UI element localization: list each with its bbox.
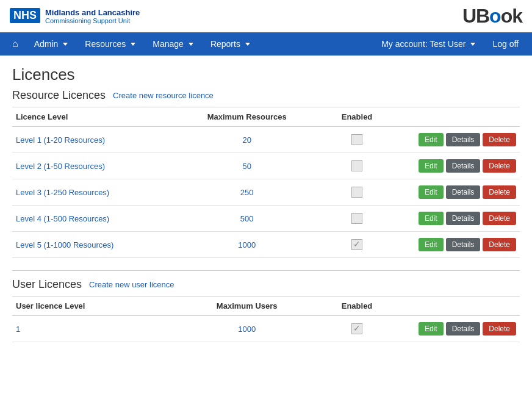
btn-group: EditDetailsDelete	[397, 133, 516, 146]
enabled-cell	[320, 127, 394, 153]
nhs-badge: NHS	[10, 8, 40, 23]
org-sub: Commissioning Support Unit	[45, 17, 140, 24]
user-licences-title: User Licences	[12, 278, 82, 291]
enabled-cell	[320, 316, 394, 342]
nav-resources[interactable]: Resources	[76, 32, 144, 56]
max-value-cell: 1000	[173, 232, 320, 258]
edit-button[interactable]: Edit	[419, 238, 444, 251]
nav-reports[interactable]: Reports	[202, 32, 259, 56]
delete-button[interactable]: Delete	[483, 185, 516, 199]
btn-group: EditDetailsDelete	[397, 185, 516, 199]
max-value-cell: 250	[173, 179, 320, 206]
enabled-cell	[320, 179, 394, 206]
licence-name-link[interactable]: 1	[16, 325, 20, 334]
edit-button[interactable]: Edit	[419, 322, 444, 336]
col-licence-level: Licence Level	[12, 107, 173, 127]
edit-button[interactable]: Edit	[419, 212, 444, 225]
checkbox-unchecked	[351, 187, 362, 198]
admin-caret	[63, 43, 68, 46]
edit-button[interactable]: Edit	[419, 159, 444, 173]
checkbox-unchecked	[351, 134, 362, 145]
reports-caret	[245, 43, 250, 46]
main-content: Licences Resource Licences Create new re…	[0, 56, 532, 364]
col-user-enabled: Enabled	[320, 296, 394, 316]
nav-admin[interactable]: Admin	[26, 32, 77, 56]
checkbox-unchecked	[351, 160, 362, 171]
max-value-cell: 50	[173, 153, 320, 179]
account-caret	[470, 43, 475, 46]
navbar: ⌂ Admin Resources Manage Reports My acco…	[0, 32, 532, 56]
create-user-licence-link[interactable]: Create new user licence	[89, 280, 174, 289]
licence-name-cell: Level 3 (1-250 Resources)	[12, 179, 173, 206]
nav-logoff[interactable]: Log off	[484, 32, 527, 56]
top-header: NHS Midlands and Lancashire Commissionin…	[0, 0, 532, 32]
btn-group: EditDetailsDelete	[397, 159, 516, 173]
edit-button[interactable]: Edit	[419, 185, 444, 199]
licence-name-link[interactable]: Level 4 (1-500 Resources)	[16, 214, 109, 223]
resource-licences-header: Resource Licences Create new resource li…	[12, 89, 520, 102]
details-button[interactable]: Details	[446, 185, 481, 199]
create-resource-licence-link[interactable]: Create new resource licence	[113, 91, 214, 100]
section-divider	[12, 270, 520, 271]
edit-button[interactable]: Edit	[419, 133, 444, 146]
ubook-logo: UBook	[462, 5, 522, 27]
col-enabled: Enabled	[320, 107, 394, 127]
actions-cell: EditDetailsDelete	[394, 316, 520, 342]
max-value-cell: 20	[173, 127, 320, 153]
table-row: Level 3 (1-250 Resources)250EditDetailsD…	[12, 179, 520, 206]
col-actions	[394, 107, 520, 127]
details-button[interactable]: Details	[446, 212, 481, 225]
enabled-cell	[320, 153, 394, 179]
table-row: Level 1 (1-20 Resources)20EditDetailsDel…	[12, 127, 520, 153]
nav-manage[interactable]: Manage	[144, 32, 202, 56]
licence-name-link[interactable]: Level 5 (1-1000 Resources)	[16, 240, 113, 249]
delete-button[interactable]: Delete	[483, 238, 516, 251]
delete-button[interactable]: Delete	[483, 133, 516, 146]
licence-name-cell: Level 5 (1-1000 Resources)	[12, 232, 173, 258]
org-name: Midlands and Lancashire	[45, 8, 140, 18]
checkbox-checked	[351, 239, 362, 250]
delete-button[interactable]: Delete	[483, 159, 516, 173]
btn-group: EditDetailsDelete	[397, 212, 516, 225]
details-button[interactable]: Details	[446, 159, 481, 173]
actions-cell: EditDetailsDelete	[394, 206, 520, 232]
user-licences-table: User licence Level Maximum Users Enabled…	[12, 296, 520, 342]
btn-group: EditDetailsDelete	[397, 238, 516, 251]
table-row: Level 5 (1-1000 Resources)1000EditDetail…	[12, 232, 520, 258]
licence-name-cell: Level 2 (1-50 Resources)	[12, 153, 173, 179]
page-title: Licences	[12, 65, 520, 84]
max-value-cell: 1000	[173, 316, 320, 342]
manage-caret	[189, 43, 193, 46]
resource-table-header-row: Licence Level Maximum Resources Enabled	[12, 107, 520, 127]
col-user-licence-level: User licence Level	[12, 296, 173, 316]
btn-group: EditDetailsDelete	[397, 322, 516, 336]
ubook-o: o	[489, 5, 501, 27]
actions-cell: EditDetailsDelete	[394, 127, 520, 153]
details-button[interactable]: Details	[446, 322, 481, 336]
max-value-cell: 500	[173, 206, 320, 232]
resource-licences-title: Resource Licences	[12, 89, 106, 102]
nav-account[interactable]: My account: Test User	[373, 32, 484, 56]
table-row: 11000EditDetailsDelete	[12, 316, 520, 342]
licence-name-link[interactable]: Level 1 (1-20 Resources)	[16, 135, 105, 145]
table-row: Level 2 (1-50 Resources)50EditDetailsDel…	[12, 153, 520, 179]
user-licences-header: User Licences Create new user licence	[12, 278, 520, 291]
enabled-cell	[320, 206, 394, 232]
col-max-resources: Maximum Resources	[173, 107, 320, 127]
details-button[interactable]: Details	[446, 133, 481, 146]
delete-button[interactable]: Delete	[483, 212, 516, 225]
licence-name-cell: Level 4 (1-500 Resources)	[12, 206, 173, 232]
licence-name-link[interactable]: Level 2 (1-50 Resources)	[16, 162, 105, 171]
resources-caret	[131, 43, 135, 46]
actions-cell: EditDetailsDelete	[394, 153, 520, 179]
enabled-cell	[320, 232, 394, 258]
nhs-logo: NHS Midlands and Lancashire Commissionin…	[10, 8, 140, 25]
navbar-right: My account: Test User Log off	[373, 32, 527, 56]
table-row: Level 4 (1-500 Resources)500EditDetailsD…	[12, 206, 520, 232]
details-button[interactable]: Details	[446, 238, 481, 251]
nhs-org: Midlands and Lancashire Commissioning Su…	[45, 8, 140, 25]
delete-button[interactable]: Delete	[483, 322, 516, 336]
nav-home[interactable]: ⌂	[5, 32, 26, 56]
col-user-actions	[394, 296, 520, 316]
licence-name-link[interactable]: Level 3 (1-250 Resources)	[16, 188, 109, 197]
